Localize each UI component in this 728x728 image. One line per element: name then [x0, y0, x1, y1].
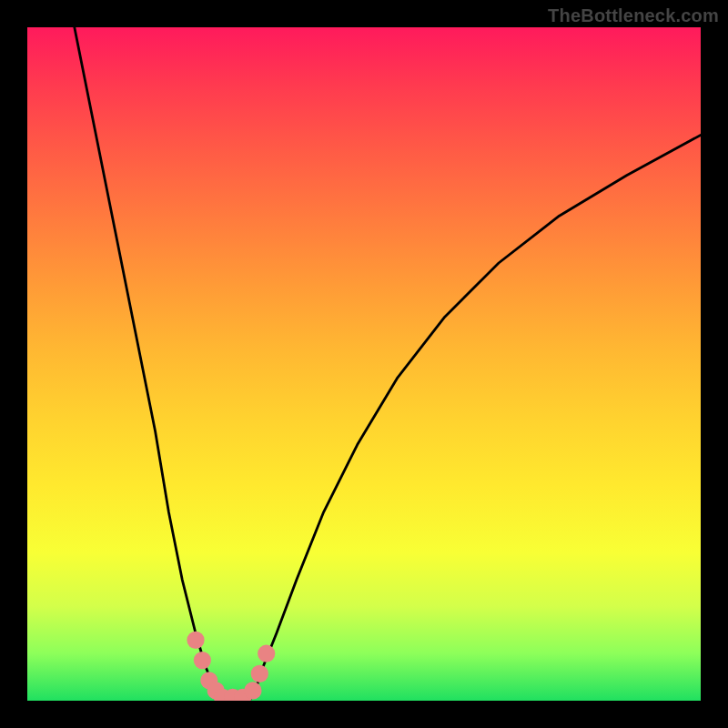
- markers-group: [187, 632, 275, 701]
- curve-line: [249, 135, 701, 701]
- chart-frame: TheBottleneck.com: [0, 0, 728, 728]
- chart-plot-area: [27, 27, 701, 701]
- red-dot: [244, 682, 261, 699]
- red-dot: [258, 645, 275, 662]
- red-dot: [187, 632, 204, 649]
- curve-line: [75, 27, 223, 701]
- chart-svg: [27, 27, 701, 701]
- red-dot: [194, 652, 211, 669]
- red-dot: [251, 665, 268, 682]
- watermark-text: TheBottleneck.com: [548, 5, 719, 26]
- series-group: [75, 27, 701, 701]
